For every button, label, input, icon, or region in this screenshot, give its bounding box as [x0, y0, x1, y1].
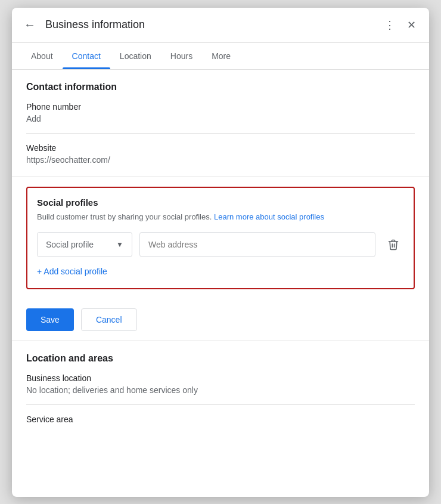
location-divider [26, 404, 415, 405]
trash-icon [387, 239, 399, 251]
social-profiles-desc-text: Build customer trust by sharing your soc… [37, 212, 212, 221]
service-area-label: Service area [26, 415, 415, 424]
more-options-button[interactable]: ⋮ [381, 15, 399, 35]
phone-value: Add [26, 114, 415, 123]
social-profile-select-label: Social profile [46, 240, 94, 249]
action-row: Save Cancel [12, 299, 429, 341]
business-info-dialog: ← Business information ⋮ ✕ About Contact… [12, 8, 429, 497]
location-section: Location and areas Business location No … [12, 341, 429, 446]
tabs-bar: About Contact Location Hours More [12, 43, 429, 70]
social-profiles-learn-more-link[interactable]: Learn more about social profiles [214, 212, 324, 221]
website-label: Website [26, 143, 415, 153]
phone-divider [26, 133, 415, 134]
add-social-profile-button[interactable]: + Add social profile [37, 264, 107, 279]
website-value: https://seochatter.com/ [26, 155, 415, 165]
tab-hours-label: Hours [170, 51, 192, 61]
social-profiles-box: Social profiles Build customer trust by … [26, 187, 415, 290]
back-icon: ← [24, 18, 36, 32]
close-icon: ✕ [407, 18, 416, 32]
website-field-group: Website https://seochatter.com/ [26, 143, 415, 165]
location-section-title: Location and areas [26, 353, 415, 364]
tab-about-label: About [31, 51, 53, 61]
social-profiles-description: Build customer trust by sharing your soc… [37, 211, 404, 223]
tab-contact-label: Contact [72, 51, 101, 61]
dropdown-arrow-icon: ▼ [116, 240, 123, 249]
delete-social-profile-button[interactable] [383, 234, 404, 255]
social-profile-select[interactable]: Social profile ▼ [37, 232, 132, 257]
cancel-button[interactable]: Cancel [81, 308, 137, 331]
dialog-body: Contact information Phone number Add Web… [12, 70, 429, 497]
tab-location[interactable]: Location [110, 43, 161, 69]
tab-about[interactable]: About [21, 43, 63, 69]
tab-contact[interactable]: Contact [63, 43, 110, 69]
business-location-value: No location; deliveries and home service… [26, 385, 415, 395]
phone-label: Phone number [26, 102, 415, 112]
web-address-input[interactable] [139, 232, 375, 257]
contact-section-title: Contact information [26, 82, 415, 92]
social-profile-row: Social profile ▼ [37, 232, 404, 257]
tab-location-label: Location [120, 51, 151, 61]
add-social-profile-label: + Add social profile [37, 267, 107, 276]
header-actions: ⋮ ✕ [381, 15, 420, 35]
dialog-header: ← Business information ⋮ ✕ [12, 8, 429, 43]
social-profiles-title: Social profiles [37, 197, 404, 208]
save-button[interactable]: Save [26, 308, 74, 331]
back-button[interactable]: ← [21, 16, 38, 34]
close-button[interactable]: ✕ [403, 15, 420, 35]
phone-field-group: Phone number Add [26, 102, 415, 123]
business-location-label: Business location [26, 373, 415, 383]
business-location-field: Business location No location; deliverie… [26, 373, 415, 395]
service-area-field: Service area [26, 415, 415, 424]
contact-information-section: Contact information Phone number Add Web… [12, 70, 429, 177]
tab-more-label: More [212, 51, 231, 61]
tab-more[interactable]: More [202, 43, 240, 69]
more-icon: ⋮ [384, 18, 395, 32]
tab-hours[interactable]: Hours [161, 43, 202, 69]
dialog-title: Business information [45, 18, 374, 31]
